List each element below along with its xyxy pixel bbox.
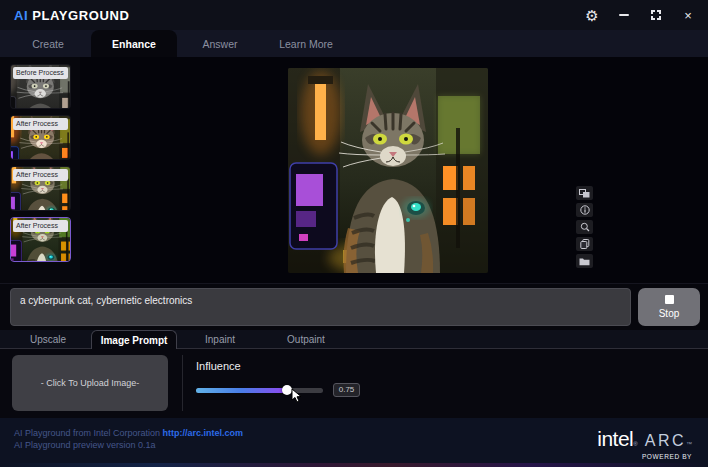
stop-square-icon [665,295,674,304]
image-viewer [80,57,708,283]
tab-image-prompt[interactable]: Image Prompt [91,330,177,349]
close-icon[interactable]: × [680,7,696,23]
footer-credit-text: AI Playground from Intel Corporation [14,428,163,438]
thumbnail-label: After Process [13,118,68,130]
thumbnail-after-process-2[interactable]: After Process [10,166,71,211]
minimize-icon[interactable] [616,7,632,23]
tab-answer[interactable]: Answer [177,30,263,57]
influence-slider-row: 0.75 [196,383,360,397]
intel-logo: intel [597,427,633,451]
titlebar: AIPLAYGROUND ⚙ × [0,0,708,30]
tab-upscale[interactable]: Upscale [5,330,91,348]
logo-ai: AI [14,8,28,23]
influence-slider[interactable] [196,388,323,393]
copy-icon[interactable] [576,237,593,251]
thumbnail-after-process-3-selected[interactable]: After Process [10,217,71,262]
tab-enhance[interactable]: Enhance [91,30,177,57]
panel-divider [182,355,183,411]
slider-thumb[interactable] [282,385,292,395]
content-area: Before Process After Process After Proce… [0,57,708,283]
footer: AI Playground from Intel Corporation htt… [0,418,708,467]
app-logo: AIPLAYGROUND [14,8,129,23]
intel-arc-brand: intel®ARC™ POWERED BY [597,427,692,460]
arc-intel-link[interactable]: http://arc.intel.com [163,428,244,438]
image-prompt-panel: - Click To Upload Image- Influence 0.75 [0,348,708,418]
folder-icon[interactable] [576,254,593,268]
tab-create[interactable]: Create [5,30,91,57]
influence-label: Influence [196,360,360,372]
window-controls: ⚙ × [584,7,696,23]
powered-by-label: POWERED BY [597,453,692,460]
compare-images-icon[interactable] [576,186,593,200]
main-tabbar: Create Enhance Answer Learn More [0,30,708,57]
arc-tm-mark: ™ [686,441,692,447]
thumbnail-after-process-1[interactable]: After Process [10,115,71,160]
logo-playground: PLAYGROUND [32,8,129,23]
tool-tabbar: Upscale Image Prompt Inpaint Outpaint [0,330,708,348]
image-tool-column [576,186,593,268]
history-sidebar: Before Process After Process After Proce… [0,57,80,283]
maximize-icon[interactable] [648,7,664,23]
prompt-input[interactable]: a cyberpunk cat, cybernetic electronics [10,288,631,326]
info-icon[interactable] [576,203,593,217]
tab-inpaint[interactable]: Inpaint [177,330,263,348]
slider-fill [196,388,287,393]
influence-value: 0.75 [333,383,360,397]
settings-gear-icon[interactable]: ⚙ [584,7,600,23]
stop-button[interactable]: Stop [638,288,700,326]
influence-control: Influence 0.75 [196,355,360,418]
thumbnail-label: Before Process [13,67,68,79]
tab-learn-more[interactable]: Learn More [263,30,349,57]
footer-gradient-strip [0,463,708,467]
tab-outpaint[interactable]: Outpaint [263,330,349,348]
prompt-row: a cyberpunk cat, cybernetic electronics … [0,283,708,330]
upload-image-button[interactable]: - Click To Upload Image- [12,355,168,411]
thumbnail-label: After Process [13,220,68,232]
arc-logo: ARC [645,432,686,450]
intel-reg-mark: ® [633,441,637,447]
zoom-icon[interactable] [576,220,593,234]
thumbnail-before-process[interactable]: Before Process [10,64,71,109]
app-window: AIPLAYGROUND ⚙ × Create Enhance Answer L… [0,0,708,467]
stop-button-label: Stop [659,308,680,319]
thumbnail-label: After Process [13,169,68,181]
generated-image[interactable] [288,68,488,273]
